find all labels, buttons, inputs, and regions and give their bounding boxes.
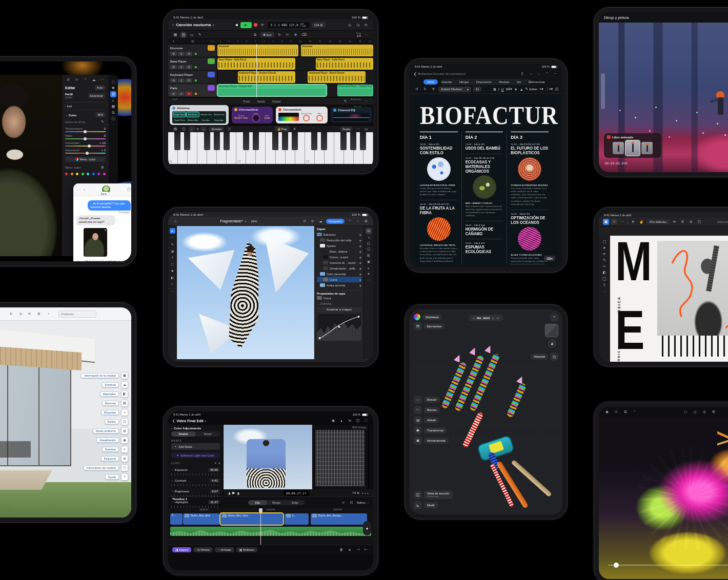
collapse-icon[interactable]: ▾ bbox=[218, 461, 220, 465]
scissors-icon[interactable]: ✄ bbox=[285, 32, 291, 38]
lock-icon[interactable]: ⚿ bbox=[226, 126, 232, 132]
track-lane-bass[interactable]: Bass Player - Indie Disco Bass Player - … bbox=[217, 57, 373, 70]
playback-scrubber[interactable] bbox=[608, 565, 728, 566]
brush-size-slider[interactable] bbox=[601, 73, 605, 109]
split-icon[interactable]: ◫ bbox=[180, 126, 187, 132]
flower-render[interactable] bbox=[599, 417, 728, 579]
add-icon[interactable]: ⊞ bbox=[366, 253, 372, 259]
mic-icon[interactable]: ♦ bbox=[338, 418, 345, 424]
inspector-tab[interactable]: Output bbox=[270, 99, 284, 103]
project-menu-icon[interactable]: ▾ bbox=[205, 419, 207, 423]
flip-v-icon[interactable]: ⇵ bbox=[680, 219, 686, 225]
panel-icon[interactable]: ◐ bbox=[121, 446, 128, 453]
disable-button[interactable]: Disable bbox=[171, 431, 196, 437]
slider-value[interactable]: 4.41 bbox=[210, 479, 220, 483]
panel-button[interactable]: Información de la entidad ▣ bbox=[81, 372, 128, 379]
track-options-icon[interactable]: ⊙ bbox=[190, 38, 196, 45]
mute-button[interactable]: M bbox=[170, 65, 177, 69]
solo-button[interactable]: S bbox=[178, 52, 185, 56]
split-right-icon[interactable]: ⊢ bbox=[363, 547, 369, 553]
viewer-slider[interactable] bbox=[368, 425, 373, 489]
camera-icon[interactable]: ◎ bbox=[701, 409, 707, 415]
color-section[interactable]: ⌄ Color bbox=[65, 113, 76, 117]
history-icon[interactable]: ⏱ bbox=[74, 77, 80, 83]
share-icon[interactable]: ⌃ bbox=[632, 409, 638, 415]
panel-icon[interactable]: ▤ bbox=[121, 400, 128, 407]
alchemy-presets[interactable]: Bright SynthSoft SynthMetallic SwellMoti… bbox=[172, 111, 226, 123]
loop-icon[interactable]: ↻ bbox=[276, 32, 282, 38]
zoom-tool-icon[interactable]: ◌ bbox=[601, 288, 608, 294]
keyboard-icon[interactable]: ▤ bbox=[172, 126, 178, 132]
poster-canvas[interactable]: M ÚSICA E LECTRÓNICA AV SC bbox=[610, 236, 728, 362]
type-tool-icon[interactable]: T bbox=[170, 255, 175, 260]
piano-keyboard[interactable]: C1 C3 C5 bbox=[168, 132, 373, 164]
mute-button[interactable]: M bbox=[170, 92, 177, 96]
bw-button[interactable]: B/N bbox=[95, 112, 106, 117]
panel-icon[interactable]: ? bbox=[121, 473, 128, 481]
region[interactable]: Drummer bbox=[217, 45, 298, 56]
color-dot-row[interactable] bbox=[65, 173, 106, 175]
frame-thumbnail[interactable] bbox=[613, 142, 624, 154]
cloud-icon[interactable]: ☁ bbox=[91, 77, 97, 83]
poster-vertical-electronica[interactable]: LECTRÓNICA bbox=[617, 346, 620, 362]
undo-icon[interactable]: ↺ bbox=[414, 86, 420, 92]
eyedropper-icon[interactable]: ✎ bbox=[99, 119, 106, 125]
panel-button[interactable]: Visualización ◉ bbox=[96, 437, 128, 444]
select-mode[interactable]: Select ⋯ bbox=[357, 501, 369, 504]
region[interactable]: Drummer bbox=[301, 45, 373, 56]
panel-icon[interactable]: ◫ bbox=[121, 418, 128, 425]
solo-button[interactable]: S bbox=[178, 65, 185, 69]
browse-profiles-button[interactable]: Examinar bbox=[88, 93, 106, 98]
pages-icon[interactable]: ⋯ bbox=[619, 219, 625, 225]
plugin-chromaglow[interactable]: ChromaGlow ModelModern Tube Drive StyleC… bbox=[232, 107, 273, 123]
modeling-button[interactable]: Modelado bbox=[414, 314, 442, 320]
panel-icon[interactable]: ◍ bbox=[121, 427, 128, 434]
drag-to-image-button[interactable]: Arrastrar a imagen bbox=[317, 307, 361, 312]
distance-input[interactable] bbox=[58, 310, 96, 318]
project-title[interactable]: Video Final Edit bbox=[176, 419, 203, 423]
pencil-icon[interactable]: ✎ bbox=[342, 98, 349, 105]
reset-button[interactable]: Reset bbox=[196, 431, 220, 437]
document-title[interactable]: Fragmentado* bbox=[220, 219, 242, 223]
eraser-icon[interactable]: ⌫ bbox=[301, 32, 307, 38]
trash-icon[interactable]: 🗑 bbox=[338, 547, 345, 553]
scale-button[interactable]: Scale bbox=[340, 127, 353, 132]
architecture-viewport[interactable]: Información de la entidad ▣ Sombras ☁ Ma… bbox=[0, 321, 131, 517]
document-name[interactable]: Biofactura (Cumbre de innovación) bbox=[418, 72, 466, 75]
share-icon[interactable]: ⌃ bbox=[544, 71, 550, 77]
panel-button[interactable]: Ayuda ? bbox=[105, 473, 129, 481]
record-enable-button[interactable]: R bbox=[186, 52, 192, 56]
align-icon[interactable]: ≣ bbox=[688, 219, 694, 225]
node-tool-icon[interactable]: ☝ bbox=[638, 219, 644, 225]
adjustment-slider[interactable]: ◔Contrast4.41 bbox=[171, 479, 220, 486]
auto-button[interactable]: Auto bbox=[94, 85, 106, 90]
photo-canvas[interactable] bbox=[0, 75, 62, 256]
record-icon[interactable]: ◉ bbox=[604, 409, 610, 415]
edit-mode-tab[interactable]: Range bbox=[267, 500, 286, 505]
enhance-button[interactable]: ✦ Enhance Light and Color bbox=[171, 452, 220, 458]
back-icon[interactable]: ‹ bbox=[84, 188, 85, 192]
timeline-name[interactable]: Timeline 1 bbox=[172, 498, 187, 501]
boolean-icon[interactable]: ◫ bbox=[696, 219, 702, 225]
panel-button[interactable]: Medio ambiente ◍ bbox=[93, 427, 128, 434]
settings-icon[interactable]: ⚙ bbox=[99, 164, 106, 171]
sync-icon[interactable]: ◎ bbox=[492, 316, 494, 320]
more-icon[interactable]: ⋯ bbox=[99, 77, 106, 83]
timeline-clip[interactable]: Skyline_Blue_Wide bbox=[183, 513, 219, 525]
track-header-drummer[interactable]: Drummer MSR bbox=[168, 44, 217, 57]
add-mask-button[interactable]: ＋ Add Mask bbox=[171, 443, 220, 450]
alchemy-preset[interactable]: Metallic Swell bbox=[200, 112, 212, 117]
multicam-button[interactable]: ▦ Multicam bbox=[236, 547, 257, 552]
send-button[interactable]: ↑ bbox=[126, 260, 131, 261]
curves-label[interactable]: ⌄ CURVAS bbox=[317, 302, 361, 305]
slider-value[interactable]: 45.59 bbox=[208, 468, 220, 472]
layer-row[interactable]: Cielo (derecha)◉ bbox=[317, 271, 361, 277]
panel-button[interactable]: Sombras ☁ bbox=[102, 381, 128, 388]
versions-icon[interactable]: ⧉ bbox=[110, 110, 116, 116]
frame-thumbnail[interactable] bbox=[625, 140, 640, 156]
mix-row-label[interactable]: Mezc. color bbox=[65, 166, 81, 169]
alchemy-preset[interactable]: Bright Arp bbox=[213, 118, 225, 122]
view-cube[interactable] bbox=[545, 324, 558, 337]
region[interactable]: Keyboard Player - Simple Pad bbox=[217, 85, 327, 96]
free-snap-chip[interactable]: ✚ free bbox=[260, 32, 274, 37]
